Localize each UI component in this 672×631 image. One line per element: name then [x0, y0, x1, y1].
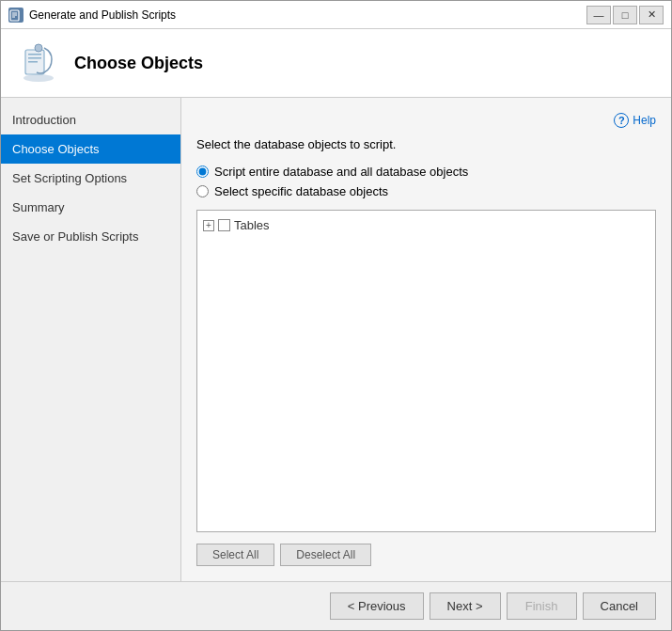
- minimize-button[interactable]: —: [586, 6, 611, 24]
- sidebar-item-introduction[interactable]: Introduction: [1, 105, 180, 134]
- svg-rect-6: [28, 54, 41, 55]
- sidebar-item-set-scripting-options[interactable]: Set Scripting Options: [1, 164, 180, 193]
- radio-group: Script entire database and all database …: [196, 165, 656, 198]
- sidebar-item-choose-objects[interactable]: Choose Objects: [1, 134, 180, 164]
- object-tree[interactable]: + Tables: [196, 210, 656, 532]
- svg-rect-7: [28, 57, 41, 59]
- tree-expand-tables[interactable]: +: [203, 220, 214, 231]
- dialog-header: Choose Objects: [1, 29, 671, 98]
- window-controls: — □ ✕: [586, 6, 664, 24]
- finish-button[interactable]: Finish: [507, 592, 577, 620]
- help-label: Help: [633, 114, 656, 127]
- sidebar-item-summary[interactable]: Summary: [1, 193, 180, 222]
- previous-button[interactable]: < Previous: [330, 592, 424, 620]
- main-window: Generate and Publish Scripts — □ ✕ Choos…: [0, 0, 672, 631]
- dialog-title: Choose Objects: [74, 54, 203, 73]
- maximize-button[interactable]: □: [613, 6, 637, 24]
- radio-script-entire-label: Script entire database and all database …: [214, 165, 468, 179]
- instruction-text: Select the database objects to script.: [196, 137, 656, 151]
- radio-select-specific[interactable]: Select specific database objects: [196, 184, 656, 198]
- radio-select-specific-label: Select specific database objects: [214, 184, 388, 198]
- radio-script-entire-input[interactable]: [196, 166, 209, 178]
- deselect-all-button[interactable]: Deselect All: [280, 544, 371, 566]
- dialog-body: Introduction Choose Objects Set Scriptin…: [1, 98, 671, 581]
- tree-item-tables: + Tables: [203, 216, 649, 234]
- svg-rect-8: [28, 61, 38, 63]
- help-icon: ?: [614, 113, 629, 128]
- tree-label-tables: Tables: [234, 218, 270, 232]
- close-button[interactable]: ✕: [639, 6, 664, 24]
- main-content: ? Help Select the database objects to sc…: [181, 98, 671, 581]
- cancel-button[interactable]: Cancel: [583, 592, 656, 620]
- sidebar: Introduction Choose Objects Set Scriptin…: [1, 98, 181, 581]
- select-all-button[interactable]: Select All: [196, 544, 274, 566]
- header-icon: [16, 40, 61, 86]
- tree-action-buttons: Select All Deselect All: [196, 544, 656, 566]
- dialog-footer: < Previous Next > Finish Cancel: [1, 581, 671, 630]
- app-icon: [8, 8, 23, 23]
- title-bar: Generate and Publish Scripts — □ ✕: [1, 1, 671, 29]
- svg-point-9: [35, 44, 42, 52]
- svg-point-4: [23, 74, 54, 82]
- sidebar-item-save-or-publish[interactable]: Save or Publish Scripts: [1, 222, 180, 251]
- help-link[interactable]: ? Help: [614, 113, 656, 128]
- radio-select-specific-input[interactable]: [196, 185, 209, 197]
- next-button[interactable]: Next >: [430, 592, 501, 620]
- tree-checkbox-tables[interactable]: [218, 219, 230, 231]
- radio-script-entire[interactable]: Script entire database and all database …: [196, 165, 656, 179]
- expand-icon: +: [206, 220, 211, 230]
- window-title: Generate and Publish Scripts: [29, 8, 586, 22]
